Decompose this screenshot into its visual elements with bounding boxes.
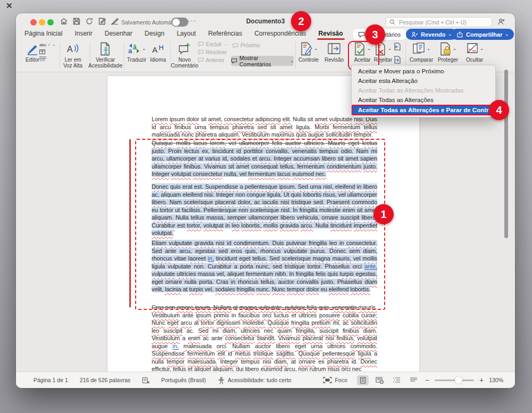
next-comment-button[interactable]: Próximo — [232, 43, 260, 48]
annotation-badge-3: 3 — [365, 24, 385, 45]
svg-text:a: a — [128, 47, 132, 55]
zoom-slider-thumb[interactable] — [455, 376, 462, 384]
svg-text:A: A — [152, 45, 157, 54]
status-bar: Página 1 de 1 216 de 526 palavras Portug… — [16, 372, 515, 388]
accept-dropdown-menu: Aceitar e Mover para o PróximoAceitar es… — [351, 65, 496, 117]
previous-comment-button[interactable]: Anterior — [198, 57, 228, 63]
paragraph: Cras non ornare ipsum. Nullam at magna v… — [152, 304, 377, 372]
svg-text:123: 123 — [39, 58, 45, 62]
delete-comment-button[interactable]: Excluir⌄ — [198, 41, 228, 47]
read-aloud-button[interactable]: A Ler em Voz Alta — [57, 41, 88, 69]
check-accessibility-label: Verificar Acessibilidade — [88, 57, 122, 69]
hide-ink-button[interactable]: ⌄ Ocultar — [459, 41, 490, 63]
screenshot-stage: ✕ Salvamento Automático ··· Documento3 — [0, 0, 532, 413]
annotation-badge-4: 4 — [489, 100, 509, 120]
show-comments-label: Mostrar Comentários — [239, 55, 288, 68]
zoom-out-button[interactable]: − — [425, 376, 429, 384]
resolve-comment-label: Resolver — [206, 49, 227, 55]
reviewing-pane-icon — [327, 41, 341, 56]
comment-bubble-icon — [231, 58, 237, 64]
chevron-down-icon: ⌄ — [480, 47, 484, 50]
close-annotation-icon: ✕ — [6, 1, 13, 11]
share-label: Compartilhar — [466, 31, 502, 38]
chevron-down-icon: ⌄ — [505, 33, 509, 36]
new-comment-button[interactable]: Novo Comentário — [169, 41, 200, 69]
new-comment-label: Novo Comentário — [171, 57, 198, 69]
new-comment-icon — [178, 41, 192, 56]
accessibility-status[interactable]: Acessibilidade: tudo certo — [228, 377, 292, 383]
reviewing-label: Revendo — [421, 31, 445, 38]
presence-people-icon[interactable] — [497, 18, 506, 26]
previous-comment-label: Anterior — [206, 57, 225, 63]
chevron-down-icon: ⌄ — [453, 47, 456, 50]
show-comments-button[interactable]: Mostrar Comentários ⌄ — [231, 56, 294, 66]
annotation-badge-2: 2 — [291, 11, 311, 31]
menu-item: Aceitar Todas as Alterações Mostradas — [352, 86, 495, 95]
reviewing-button[interactable]: Revendo ⌄ — [406, 29, 457, 40]
focus-mode-button[interactable]: Foco — [323, 377, 347, 383]
focus-label: Foco — [335, 377, 347, 383]
menu-item[interactable]: Aceitar Todas as Alterações e Parar de C… — [352, 105, 495, 115]
share-icon — [456, 31, 463, 38]
track-changes-label: Controle — [298, 57, 319, 63]
editor-label: Editor — [26, 57, 39, 63]
print-layout-view-icon[interactable] — [357, 375, 369, 385]
previous-change-icon[interactable] — [393, 43, 401, 53]
search-box[interactable] — [386, 17, 492, 27]
page-count[interactable]: Página 1 de 1 — [34, 377, 68, 383]
language-status[interactable]: Português (Brasil) — [161, 377, 206, 383]
accessibility-status-icon — [218, 377, 225, 384]
paragraph: Lorem ipsum dolor sit amet, consectetur … — [152, 115, 377, 139]
share-button[interactable]: Compartilhar ⌄ — [451, 29, 514, 40]
spelling-check-icon[interactable]: abc✓⌄ — [39, 42, 55, 47]
svg-text:A: A — [67, 45, 73, 54]
hide-ink-label: Ocultar — [466, 57, 483, 63]
read-aloud-label: Ler em Voz Alta — [63, 57, 82, 69]
zoom-slider[interactable] — [435, 380, 474, 381]
tracked-change-bar — [129, 139, 131, 307]
outline-view-icon[interactable] — [391, 375, 403, 385]
comment-bubble-icon — [358, 31, 365, 38]
protect-lock-icon: ⌄ — [439, 41, 456, 56]
focus-icon — [323, 377, 332, 383]
menu-item[interactable]: Aceitar Todas as Alterações — [352, 95, 495, 105]
search-input[interactable] — [398, 19, 488, 26]
annotation-dashed-selection-box — [135, 139, 385, 310]
menu-item[interactable]: Aceitar e Mover para o Próximo — [352, 66, 495, 76]
resolve-comment-button[interactable]: Resolver — [198, 49, 228, 55]
reviewing-pane-button[interactable]: Revisão — [319, 41, 350, 63]
zoom-level[interactable]: 130% — [489, 377, 503, 383]
language-icon: A — [152, 41, 164, 56]
draft-view-icon[interactable] — [408, 375, 420, 385]
next-comment-label: Próximo — [240, 43, 260, 48]
proofing-status-icon[interactable] — [142, 377, 149, 384]
editor-pen-icon — [26, 41, 39, 56]
thesaurus-icon[interactable] — [39, 49, 45, 54]
chevron-down-icon: ⌄ — [427, 47, 430, 50]
reviewing-pane-label: Revisão — [325, 57, 344, 63]
web-layout-view-icon[interactable] — [374, 375, 386, 385]
check-accessibility-button[interactable]: Verificar Acessibilidade — [88, 41, 123, 69]
read-aloud-icon: A — [66, 41, 80, 56]
hide-ink-icon: ⌄ — [466, 41, 484, 56]
chevron-down-icon: ⌄ — [388, 47, 392, 50]
zoom-in-button[interactable]: + — [479, 376, 484, 384]
svg-text:ã: ã — [133, 44, 137, 51]
protect-label: Proteger — [438, 57, 458, 63]
word-count[interactable]: 216 de 526 palavras — [80, 377, 130, 383]
chevron-down-icon: ⌄ — [314, 47, 318, 50]
delete-comment-label: Excluir — [206, 41, 222, 47]
vertical-scrollbar-thumb[interactable] — [504, 70, 508, 238]
menu-item[interactable]: Aceitar esta Alteração — [352, 76, 495, 86]
word-count-icon[interactable]: 123 — [39, 56, 46, 61]
compare-icon: ⌄ — [412, 41, 430, 56]
compare-label: Comparar — [410, 57, 433, 63]
search-icon — [389, 19, 395, 25]
reviewing-person-icon — [411, 31, 418, 38]
accessibility-document-icon — [99, 41, 112, 56]
annotation-badge-1: 1 — [373, 204, 394, 224]
track-changes-icon: ⌄ — [300, 41, 318, 56]
title-bar: Salvamento Automático ··· Documento3 — [16, 13, 515, 28]
language-label: Idioma — [150, 57, 166, 63]
